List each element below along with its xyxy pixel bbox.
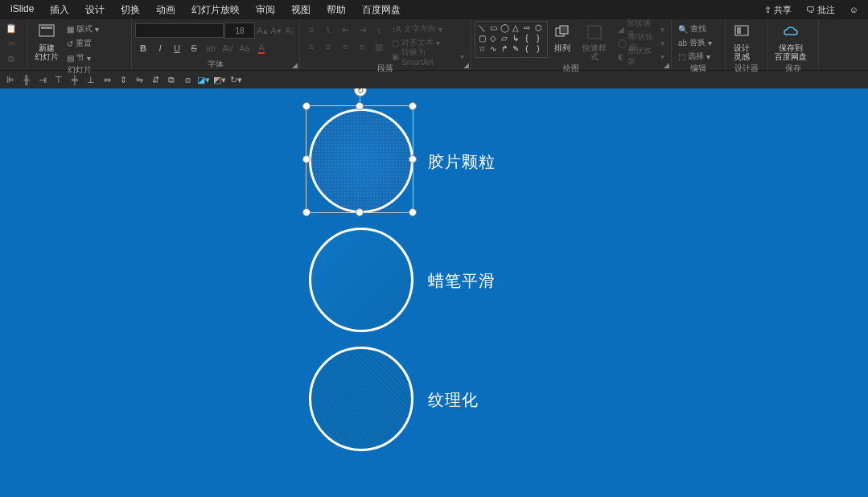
bring-front-btn[interactable]: ◪▾ (196, 72, 211, 87)
resize-handle-mr[interactable] (409, 155, 417, 163)
bullets-icon[interactable]: ≡ (303, 23, 319, 37)
flip-v-btn[interactable]: ⇵ (148, 72, 162, 87)
tab-view[interactable]: 视图 (284, 0, 318, 20)
group-designer: 设计 灵感 设计器 (726, 19, 768, 70)
menu-bar: iSlide 插入 设计 切换 动画 幻灯片放映 审阅 视图 帮助 百度网盘 ⇪… (0, 0, 868, 19)
case-button[interactable]: Aa (237, 41, 253, 55)
line-spacing-icon[interactable]: ↕ (371, 23, 387, 37)
slide-canvas[interactable]: 胶片颗粒 蜡笔平滑 纹理化 ↻ (0, 88, 868, 497)
tab-slideshow[interactable]: 幻灯片放映 (184, 0, 247, 20)
paste-icon[interactable]: 📋 (3, 21, 19, 35)
resize-handle-br[interactable] (409, 208, 417, 216)
resize-handle-bl[interactable] (302, 208, 311, 216)
text-direction-button[interactable]: ↕A文字方向▾ (389, 23, 467, 35)
shape-roundrect-icon: ▢ (476, 33, 487, 43)
new-slide-icon (37, 23, 56, 42)
shape-effects-button[interactable]: ◐形状效果▾ (615, 50, 668, 63)
indent-increase-icon[interactable]: ⇥ (354, 23, 370, 37)
smiley-button[interactable]: ☺ (843, 2, 865, 17)
font-dialog-launcher[interactable]: ◢ (292, 61, 298, 69)
send-back-btn[interactable]: ◩▾ (212, 72, 227, 87)
select-button[interactable]: ⬚选择▾ (675, 50, 715, 63)
new-slide-button[interactable]: 新建 幻灯片 (31, 21, 62, 63)
clear-format-icon[interactable]: A⃠ (283, 23, 296, 38)
replace-button[interactable]: ab替换▾ (675, 36, 715, 49)
comment-button[interactable]: 🗨批注 (800, 2, 841, 18)
copy-icon[interactable]: ⧉ (3, 51, 19, 66)
flip-h-btn[interactable]: ⇋ (132, 72, 146, 87)
draw-dialog-launcher[interactable]: ◢ (664, 61, 669, 69)
circle-shape-3[interactable] (309, 347, 413, 451)
increase-font-icon[interactable]: A▴ (256, 23, 269, 38)
bold-button[interactable]: B (135, 41, 151, 55)
align-left-btn[interactable]: ⊫ (3, 72, 18, 87)
fill-icon: ◢ (618, 25, 624, 34)
numbering-icon[interactable]: ⒈ (320, 23, 336, 37)
text-direction-icon: ↕A (392, 25, 401, 34)
smartart-icon: ▣ (392, 52, 399, 61)
paragraph-group-label: 段落 (303, 63, 467, 74)
resize-handle-tl[interactable] (302, 102, 311, 110)
arrange-button[interactable]: 排列 (549, 21, 575, 54)
align-text-icon: ▢ (392, 39, 399, 47)
tab-insert[interactable]: 插入 (43, 0, 76, 20)
align-left-icon[interactable]: ≡ (303, 39, 319, 54)
strike-button[interactable]: S (186, 41, 202, 55)
svg-rect-3 (560, 26, 568, 34)
indent-decrease-icon[interactable]: ⇤ (337, 23, 353, 37)
effects-icon: ◐ (618, 52, 625, 61)
shape-line-icon: ＼ (476, 23, 487, 33)
tab-baidu[interactable]: 百度网盘 (355, 0, 408, 20)
shape-connector2-icon: ↱ (499, 43, 510, 54)
align-center-icon[interactable]: ≡ (320, 39, 336, 54)
tab-help[interactable]: 帮助 (319, 0, 353, 20)
decrease-font-icon[interactable]: A▾ (269, 23, 282, 38)
group-btn[interactable]: ⧉ (164, 72, 179, 87)
rotate-btn[interactable]: ↻▾ (228, 72, 243, 87)
tab-design[interactable]: 设计 (78, 0, 112, 20)
paragraph-dialog-launcher[interactable]: ◢ (463, 61, 469, 69)
shape-label-3[interactable]: 纹理化 (428, 389, 479, 411)
find-button[interactable]: 🔍查找 (675, 23, 715, 35)
svg-rect-1 (41, 27, 52, 29)
group-paragraph: ≡ ⒈ ⇤ ⇥ ↕ ≡ ≡ ≡ ≡ ▥ ↕A文字方向▾ ▢对齐文本▾ ▣转换为 … (300, 19, 471, 70)
highlight-button[interactable]: ab (203, 41, 219, 55)
section-button[interactable]: ▤节▾ (64, 51, 102, 64)
shape-label-2[interactable]: 蜡笔平滑 (428, 270, 496, 292)
tab-animation[interactable]: 动画 (149, 0, 183, 20)
italic-button[interactable]: I (152, 41, 168, 55)
replace-icon: ab (678, 39, 687, 47)
font-family-input[interactable] (135, 23, 224, 38)
quick-style-button[interactable]: 快速样式 (577, 21, 614, 63)
tab-transition[interactable]: 切换 (113, 0, 147, 20)
resize-handle-bm[interactable] (356, 208, 364, 216)
font-size-input[interactable] (224, 23, 255, 39)
share-button[interactable]: ⇪共享 (758, 2, 798, 18)
save-group-label: 保存 (771, 63, 815, 74)
shape-triangle-icon: △ (510, 23, 521, 33)
underline-button[interactable]: U (169, 41, 185, 55)
cut-icon[interactable]: ✂ (3, 36, 19, 51)
rotation-handle[interactable]: ↻ (354, 88, 367, 97)
tab-islide[interactable]: iSlide (3, 0, 41, 20)
shape-lbrace-icon: { (521, 33, 533, 43)
circle-shape-2[interactable] (309, 228, 413, 332)
resize-handle-tm[interactable] (356, 102, 364, 110)
font-color-button[interactable]: A (253, 41, 269, 55)
tab-review[interactable]: 审阅 (249, 0, 282, 20)
save-baidu-button[interactable]: 保存到 百度网盘 (771, 21, 810, 63)
reset-button[interactable]: ↺重置 (64, 37, 102, 50)
columns-icon[interactable]: ▥ (371, 39, 387, 54)
selection-box[interactable]: ↻ (306, 105, 413, 213)
layout-button[interactable]: ▦版式▾ (64, 23, 102, 35)
justify-icon[interactable]: ≡ (354, 39, 370, 54)
smartart-button[interactable]: ▣转换为 SmartArt▾ (389, 50, 467, 63)
ungroup-btn[interactable]: ⧈ (180, 72, 195, 87)
resize-handle-ml[interactable] (302, 155, 311, 163)
design-ideas-button[interactable]: 设计 灵感 (729, 21, 755, 63)
spacing-button[interactable]: AV (220, 41, 236, 55)
resize-handle-tr[interactable] (409, 102, 417, 110)
align-right-icon[interactable]: ≡ (337, 39, 353, 54)
shapes-gallery[interactable]: ＼ ▭ ◯ △ ⇨ ⬡ ▢ ◇ ▱ ↳ { } ☆ ∿ ↱ ✎ ( ) (475, 21, 548, 58)
shape-label-1[interactable]: 胶片颗粒 (428, 151, 496, 173)
